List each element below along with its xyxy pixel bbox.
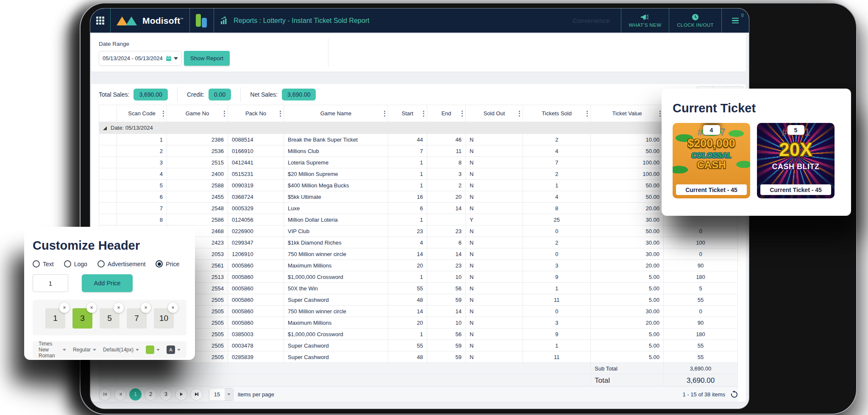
column-header[interactable]: Tickets Sold [523, 105, 591, 122]
date-range-label: Date Range [99, 41, 129, 47]
column-header[interactable]: Ticket Value [591, 105, 664, 122]
page-size-select[interactable]: 15 [209, 388, 234, 401]
column-menu-icon[interactable] [659, 111, 661, 117]
column-menu-icon[interactable] [224, 111, 225, 117]
cell-tickets_sold: 9 [523, 329, 591, 340]
price-chip-1[interactable]: 1× [45, 308, 65, 329]
column-header[interactable]: Game No [167, 105, 228, 122]
column-menu-icon[interactable] [462, 111, 463, 117]
cell-game_name: 750 Million winner circle [284, 248, 388, 260]
cell-end: 14 [427, 306, 466, 317]
close-icon[interactable]: × [86, 303, 97, 313]
main-menu-button[interactable]: 0 [721, 8, 749, 33]
whats-new-button[interactable]: WHAT'S NEW [621, 8, 669, 33]
table-row[interactable]: 325150412441Loteria Supreme18N7100.00 [99, 157, 738, 168]
date-range-input[interactable]: 05/13/2024 - 05/13/2024 [99, 51, 182, 66]
cell-pack_no: 0005860 [228, 271, 284, 283]
ticket-card[interactable]: #2477 4 $200,000 COLOSSAL CASH Current T… [673, 123, 750, 198]
column-menu-icon[interactable] [280, 111, 281, 117]
previous-page-button[interactable] [114, 388, 126, 401]
table-row[interactable]: 525880090319$400 Million Mega Bucks12N15… [99, 180, 738, 191]
cell-game_name: Loteria Supreme [284, 157, 388, 168]
column-header[interactable]: Start [388, 105, 427, 122]
table-row[interactable]: 624550368724$5kk Ultimate1620N450.00 [99, 191, 738, 203]
radio-option-logo[interactable]: Logo [64, 260, 87, 267]
module-switch-button[interactable] [190, 8, 214, 33]
navbar: Modisoft™ Reports : Lotterty - Instant T… [90, 8, 749, 33]
ticket-artwork: $200,000 COLOSSAL CASH [673, 137, 750, 170]
close-icon[interactable]: × [141, 303, 151, 313]
cell-game_no: 2548 [167, 203, 228, 214]
highlight-color-select[interactable] [146, 345, 160, 354]
column-menu-icon[interactable] [384, 111, 385, 117]
radio-option-price[interactable]: Price [156, 260, 179, 267]
page-title: Reports : Lotterty - Instant Ticket Sold… [234, 17, 369, 25]
table-row[interactable]: 123860088514Break the Bank Super Ticket4… [99, 134, 738, 145]
page-button-1[interactable]: 1 [129, 388, 142, 401]
cell-extra: 0 [664, 248, 738, 260]
table-row[interactable]: 424000515231$20 Million Supreme13N2100.0… [99, 168, 738, 180]
radio-option-text[interactable]: Text [33, 260, 54, 267]
clock-in-out-label: CLOCK IN/OUT [677, 22, 714, 28]
cell-game_name: Break the Bank Super Ticket [284, 134, 388, 145]
radio-icon[interactable] [156, 260, 163, 267]
cell-extra: 55 [664, 351, 738, 363]
font-size-select[interactable]: Default(14px) [103, 347, 139, 353]
cell-start: 1 [388, 214, 427, 226]
clock-in-out-button[interactable]: CLOCK IN/OUT [669, 8, 721, 33]
radio-label: Price [166, 261, 179, 267]
show-report-button[interactable]: Show Report [184, 51, 230, 66]
cell-scan_code: 6 [117, 191, 167, 203]
add-price-button[interactable]: Add Price [82, 274, 133, 292]
current-ticket-label: Current Ticket - 45 [676, 184, 747, 195]
cell-sold_out: N [466, 283, 523, 294]
cell-extra: 180 [664, 329, 738, 340]
font-family-select[interactable]: Times New Roman [39, 341, 66, 359]
close-icon[interactable]: × [114, 303, 124, 313]
table-row[interactable]: 825860124056Million Dollar Loteria1Y2530… [99, 214, 738, 226]
font-weight-select[interactable]: Regular [73, 347, 96, 353]
cell-end [427, 214, 466, 226]
cell-sold_out: N [466, 260, 523, 271]
page-button-2[interactable]: 2 [145, 388, 157, 401]
price-input[interactable] [33, 274, 68, 292]
column-header[interactable]: Game Name [284, 105, 388, 122]
group-expand-icon[interactable] [103, 126, 107, 130]
column-menu-icon[interactable] [587, 111, 588, 117]
ticket-artwork: 20X CASH BLITZ [757, 137, 835, 170]
refresh-icon[interactable] [730, 390, 738, 398]
radio-icon[interactable] [33, 260, 40, 267]
table-row[interactable]: 225360166910Millions Club711N450.00 [99, 145, 738, 157]
first-page-button[interactable] [99, 388, 111, 401]
column-menu-icon[interactable] [423, 111, 424, 117]
brand-logo[interactable]: Modisoft™ [111, 8, 190, 33]
cell-pack_no: 0368724 [228, 191, 284, 203]
table-row[interactable]: 725480005329Luxe614N820.00 [99, 203, 738, 214]
price-chip-3[interactable]: 3× [72, 308, 92, 329]
column-menu-icon[interactable] [163, 111, 164, 117]
column-menu-icon[interactable] [519, 111, 520, 117]
column-header[interactable]: Scan Code [117, 105, 167, 122]
cell-tickets_sold: 11 [523, 351, 591, 363]
column-header[interactable]: End [427, 105, 466, 122]
group-row[interactable]: Date: 05/13/2024 [99, 122, 738, 134]
next-page-button[interactable] [175, 388, 187, 401]
column-header[interactable]: Sold Out [466, 105, 523, 122]
price-chip-10[interactable]: 10× [154, 308, 174, 329]
close-icon[interactable]: × [168, 303, 178, 313]
page-button-3[interactable]: 3 [160, 388, 172, 401]
radio-icon[interactable] [64, 260, 71, 267]
apps-menu-button[interactable] [90, 8, 111, 33]
close-icon[interactable]: × [59, 303, 70, 313]
last-page-button[interactable] [190, 388, 203, 401]
caret-down-icon [177, 349, 181, 351]
font-color-select[interactable]: A [167, 345, 181, 354]
column-header[interactable]: Pack No [228, 105, 284, 122]
price-chip-7[interactable]: 7× [127, 308, 147, 329]
expand-column-header [99, 105, 117, 122]
radio-icon[interactable] [97, 260, 105, 267]
price-chip-5[interactable]: 5× [100, 308, 120, 329]
radio-option-advertisement[interactable]: Advertisement [97, 260, 145, 267]
breadcrumb: Reports : Lotterty - Instant Ticket Sold… [214, 8, 375, 33]
ticket-card[interactable]: #2451 5 20X CASH BLITZ Current Ticket - … [757, 123, 835, 198]
